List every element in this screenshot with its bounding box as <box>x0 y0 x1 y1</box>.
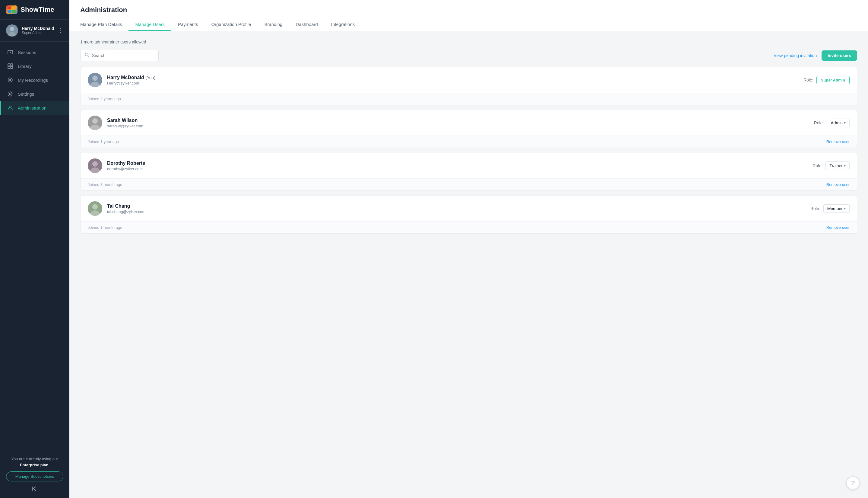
role-label-harry-mcdonald: Role: <box>803 78 813 82</box>
tab-integrations[interactable]: Integrations <box>325 19 361 31</box>
sidebar-user-name: Harry McDonald <box>22 26 54 31</box>
toolbar-right: View pending invitation Invite users <box>774 50 857 61</box>
you-badge: (You) <box>145 75 155 80</box>
app-logo-text: ShowTime <box>21 6 54 14</box>
user-card-top-harry-mcdonald: Harry McDonald (You) Harry@zylker.com Ro… <box>81 67 857 93</box>
user-card-dorothy-roberts: Dorothy Roberts dorothy@zylker.com Role:… <box>80 153 857 191</box>
user-card-bottom-sarah-wilson: Joined 1 year ago Remove user <box>81 135 857 148</box>
administration-icon <box>7 104 14 111</box>
svg-rect-11 <box>11 66 13 68</box>
user-info-harry-mcdonald: Harry McDonald (You) Harry@zylker.com <box>107 75 799 86</box>
toolbar: View pending invitation Invite users <box>80 50 857 61</box>
help-button[interactable]: ? <box>846 476 859 489</box>
svg-rect-1 <box>12 6 16 9</box>
chevron-down-icon: ▾ <box>844 207 846 211</box>
tab-manage-plan-details[interactable]: Manage Plan Details <box>80 19 128 31</box>
user-avatar-harry-mcdonald <box>88 73 102 87</box>
tab-branding[interactable]: Branding <box>258 19 289 31</box>
settings-icon <box>7 91 14 97</box>
sidebar-user-role: Super Admin <box>22 31 54 35</box>
sidebar-user-menu-button[interactable]: ⋮ <box>58 27 63 34</box>
sidebar-item-administration[interactable]: Administration <box>0 101 69 115</box>
user-email-sarah-wilson: sarah.w@zylker.com <box>107 124 809 128</box>
user-role-section-harry-mcdonald: Role: Super Admin <box>803 76 850 84</box>
svg-point-13 <box>9 79 11 81</box>
view-pending-invitation-link[interactable]: View pending invitation <box>774 53 817 58</box>
invite-users-button[interactable]: Invite users <box>822 50 857 61</box>
user-email-tai-chang: tai.chang@zylker.com <box>107 209 805 214</box>
user-card-top-tai-chang: Tai Chang tai.chang@zylker.com Role: Mem… <box>81 196 857 221</box>
user-card-top-dorothy-roberts: Dorothy Roberts dorothy@zylker.com Role:… <box>81 153 857 179</box>
svg-rect-0 <box>8 6 11 9</box>
settings-label: Settings <box>18 91 34 96</box>
user-info-sarah-wilson: Sarah Wilson sarah.w@zylker.com <box>107 118 809 128</box>
chevron-down-icon: ▾ <box>844 121 846 125</box>
role-dropdown-tai-chang[interactable]: Member ▾ <box>823 204 850 213</box>
user-avatar-sarah-wilson <box>88 116 102 130</box>
tabs: Manage Plan Details Manage Users Payment… <box>80 19 857 31</box>
joined-text-tai-chang: Joined 1 month ago <box>88 225 122 230</box>
role-label-dorothy-roberts: Role: <box>813 163 823 168</box>
users-list: Harry McDonald (You) Harry@zylker.com Ro… <box>80 67 857 234</box>
content-area: 1 more admin/trainer users allowed View … <box>69 31 868 498</box>
user-role-section-tai-chang: Role: Member ▾ <box>810 204 850 213</box>
sessions-label: Sessions <box>18 50 36 55</box>
search-box[interactable] <box>80 50 159 61</box>
manage-subscriptions-button[interactable]: Manage Subscriptions <box>6 471 63 481</box>
user-name-dorothy-roberts: Dorothy Roberts <box>107 160 808 166</box>
tab-dashboard[interactable]: Dashboard <box>289 19 324 31</box>
sidebar-item-settings[interactable]: Settings <box>0 87 69 101</box>
tab-organization-profile[interactable]: Organization Profile <box>205 19 258 31</box>
svg-line-18 <box>88 56 89 57</box>
svg-rect-2 <box>8 10 11 13</box>
tab-payments[interactable]: Payments <box>171 19 205 31</box>
joined-text-sarah-wilson: Joined 1 year ago <box>88 140 119 144</box>
library-label: Library <box>18 64 32 69</box>
role-dropdown-sarah-wilson[interactable]: Admin ▾ <box>827 119 850 127</box>
search-icon <box>85 53 90 58</box>
main-content: Administration Manage Plan Details Manag… <box>69 0 868 498</box>
user-email-harry-mcdonald: Harry@zylker.com <box>107 81 799 86</box>
tab-manage-users[interactable]: Manage Users <box>128 19 171 31</box>
recordings-icon <box>7 77 14 83</box>
sidebar-user-avatar <box>6 24 18 37</box>
user-info-tai-chang: Tai Chang tai.chang@zylker.com <box>107 204 805 214</box>
remove-user-link-sarah-wilson[interactable]: Remove user <box>826 140 850 144</box>
user-card-bottom-dorothy-roberts: Joined 3 month ago Remove user <box>81 179 857 191</box>
svg-rect-3 <box>12 10 16 13</box>
svg-point-20 <box>92 76 98 81</box>
remove-user-link-tai-chang[interactable]: Remove user <box>826 225 850 230</box>
joined-text-harry-mcdonald: Joined 2 years ago <box>88 96 121 101</box>
svg-rect-10 <box>8 66 10 68</box>
search-input[interactable] <box>92 53 154 58</box>
sidebar-user-info: Harry McDonald Super Admin <box>22 26 54 35</box>
library-icon <box>7 63 14 69</box>
user-role-section-sarah-wilson: Role: Admin ▾ <box>814 119 850 127</box>
joined-text-dorothy-roberts: Joined 3 month ago <box>88 182 122 187</box>
role-label-sarah-wilson: Role: <box>814 120 824 125</box>
sidebar: ShowTime Harry McDonald Super Admin ⋮ Se… <box>0 0 69 498</box>
sidebar-collapse-button[interactable] <box>6 486 63 493</box>
sidebar-nav: Sessions Library My Recordings <box>0 42 69 451</box>
svg-rect-9 <box>11 64 13 66</box>
remove-user-link-dorothy-roberts[interactable]: Remove user <box>826 182 850 187</box>
help-icon: ? <box>851 480 854 486</box>
recordings-label: My Recordings <box>18 78 48 83</box>
sidebar-item-library[interactable]: Library <box>0 59 69 73</box>
sidebar-item-recordings[interactable]: My Recordings <box>0 73 69 87</box>
page-title: Administration <box>80 6 857 14</box>
user-card-bottom-tai-chang: Joined 1 month ago Remove user <box>81 221 857 233</box>
sidebar-item-sessions[interactable]: Sessions <box>0 45 69 59</box>
allowed-users-text: 1 more admin/trainer users allowed <box>80 40 857 44</box>
administration-label: Administration <box>18 105 46 110</box>
svg-point-26 <box>92 161 98 167</box>
user-info-dorothy-roberts: Dorothy Roberts dorothy@zylker.com <box>107 160 808 171</box>
user-card-top-sarah-wilson: Sarah Wilson sarah.w@zylker.com Role: Ad… <box>81 110 857 135</box>
user-email-dorothy-roberts: dorothy@zylker.com <box>107 167 808 171</box>
sidebar-footer: You are currently using our Enterprise p… <box>0 451 69 498</box>
zoho-icon <box>6 5 17 14</box>
svg-point-5 <box>10 27 14 31</box>
user-card-harry-mcdonald: Harry McDonald (You) Harry@zylker.com Ro… <box>80 67 857 105</box>
role-dropdown-dorothy-roberts[interactable]: Trainer ▾ <box>826 161 850 170</box>
user-avatar-tai-chang <box>88 201 102 216</box>
